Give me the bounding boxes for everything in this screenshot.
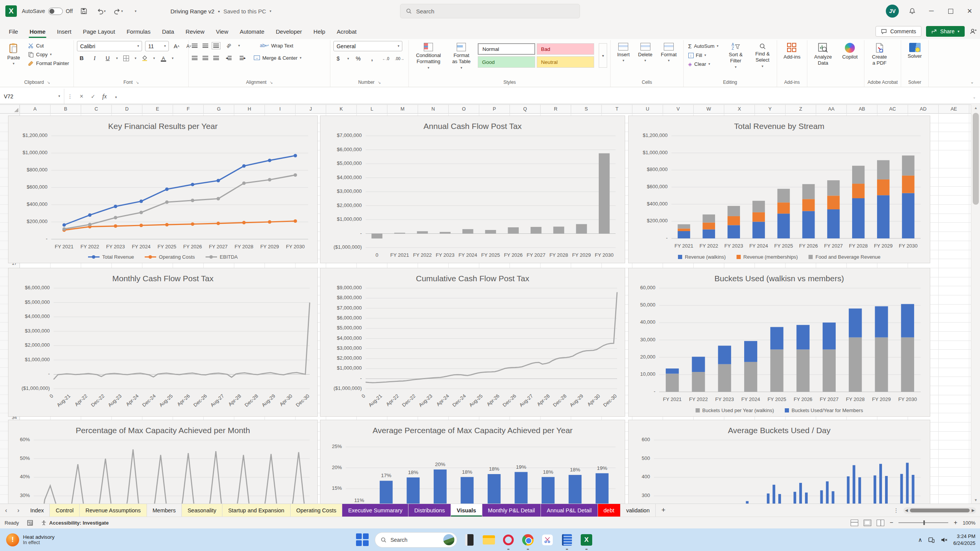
accounting-format-icon[interactable]: $	[333, 54, 343, 63]
format-as-table-button[interactable]: Format as Table▾	[448, 41, 475, 72]
chart-capacity-year[interactable]: Average Percentage of Max Capacity Achie…	[320, 420, 625, 504]
save-button[interactable]	[78, 5, 90, 17]
column-header-T[interactable]: T	[602, 105, 632, 113]
excel-app-icon[interactable]: X	[5, 5, 17, 17]
ribbon-tab-formulas[interactable]: Formulas	[121, 25, 157, 39]
device-icon[interactable]	[928, 536, 935, 543]
zoom-in-icon[interactable]: +	[954, 519, 957, 526]
ribbon-tab-automate[interactable]: Automate	[234, 25, 270, 39]
column-header-F[interactable]: F	[173, 105, 204, 113]
sheet-tab-validation[interactable]: validation	[621, 504, 656, 517]
chart-revenue-stream[interactable]: Total Revenue by StreamFY 2021FY 2022FY …	[628, 116, 930, 263]
create-pdf-button[interactable]: Create a PDF	[867, 41, 891, 68]
decrease-indent-icon[interactable]: ◂	[224, 53, 233, 62]
align-center-icon[interactable]	[203, 56, 208, 60]
font-name-select[interactable]: Calibri▾	[77, 41, 142, 51]
increase-indent-icon[interactable]: ▸	[238, 53, 247, 62]
font-size-select[interactable]: 11▾	[145, 41, 169, 51]
solver-button[interactable]: Solver	[904, 41, 925, 61]
column-header-K[interactable]: K	[326, 105, 357, 113]
column-header-B[interactable]: B	[51, 105, 81, 113]
redo-button[interactable]: ▾	[112, 5, 124, 17]
chart-buckets[interactable]: Buckets Used (walkisn vs members)FY 2021…	[628, 268, 930, 417]
sort-filter-button[interactable]: AZ Sort & Filter▾	[724, 41, 748, 71]
ribbon-tab-review[interactable]: Review	[180, 25, 210, 39]
speaker-muted-icon[interactable]	[941, 536, 947, 543]
sheet-tab-control[interactable]: Control	[50, 504, 80, 517]
start-button[interactable]	[355, 533, 370, 547]
column-header-L[interactable]: L	[357, 105, 387, 113]
maximize-button[interactable]	[942, 2, 959, 20]
chart-buckets-day[interactable]: Average Buckets Used / Day60050040030020…	[628, 420, 930, 504]
column-header-Z[interactable]: Z	[786, 105, 816, 113]
scroll-right-icon[interactable]: ▶	[972, 508, 975, 512]
weather-widget[interactable]: ! Heat advisoryIn effect	[0, 533, 61, 546]
comma-style-icon[interactable]: ,	[368, 54, 377, 63]
macro-record-icon[interactable]	[27, 520, 33, 526]
taskbar-search[interactable]: Search	[375, 532, 457, 548]
format-painter-button[interactable]: Format Painter	[26, 60, 70, 67]
sheet-tab-annual-p-l-detail[interactable]: Annual P&L Detail	[541, 504, 598, 517]
formula-input[interactable]	[122, 89, 969, 104]
accessibility-status[interactable]: Accessibility: Investigate	[41, 520, 109, 526]
chrome-icon[interactable]	[521, 533, 535, 547]
column-header-M[interactable]: M	[387, 105, 418, 113]
notifications-bell-icon[interactable]	[903, 2, 921, 20]
column-header-AA[interactable]: AA	[816, 105, 847, 113]
horizontal-scrollbar[interactable]: ◀ ▶	[903, 507, 976, 514]
excel-taskbar-icon[interactable]: X	[579, 533, 594, 547]
number-format-select[interactable]: General▾	[333, 41, 402, 51]
column-header-V[interactable]: V	[663, 105, 694, 113]
sheet-tab-startup-and-expansion[interactable]: Startup and Expansion	[222, 504, 291, 517]
ribbon-tab-home[interactable]: Home	[24, 25, 51, 39]
sheet-tab-operating-costs[interactable]: Operating Costs	[291, 504, 343, 517]
chart-key-financial[interactable]: Key Financial Results per YearFY 2021FY …	[8, 116, 318, 263]
column-header-C[interactable]: C	[81, 105, 112, 113]
app-icon-dark[interactable]	[462, 533, 477, 547]
undo-button[interactable]: ▾	[95, 5, 107, 17]
column-header-O[interactable]: O	[449, 105, 479, 113]
column-header-A[interactable]: A	[20, 105, 51, 113]
collapse-ribbon-icon[interactable]: ⌄	[970, 80, 974, 85]
paste-button[interactable]: Paste▾	[4, 41, 23, 67]
add-sheet-button[interactable]: +	[656, 504, 671, 517]
fill-button[interactable]: ↓Fill▾	[687, 52, 720, 59]
percent-style-icon[interactable]: %	[354, 54, 363, 63]
name-box[interactable]: V72▾	[0, 89, 64, 104]
align-middle-icon[interactable]	[203, 44, 208, 48]
ribbon-tab-data[interactable]: Data	[156, 25, 180, 39]
orientation-icon[interactable]: ab	[224, 41, 233, 50]
font-dialog-launcher[interactable]: ↘	[136, 80, 139, 85]
ribbon-tab-insert[interactable]: Insert	[51, 25, 77, 39]
decrease-decimal-icon[interactable]: .00→	[395, 54, 404, 63]
next-sheet-icon[interactable]: ›	[12, 504, 24, 517]
sheet-tab-members[interactable]: Members	[147, 504, 182, 517]
cancel-icon[interactable]: ×	[76, 93, 87, 100]
align-left-icon[interactable]	[192, 56, 198, 60]
scroll-left-icon[interactable]: ◀	[905, 508, 908, 512]
zoom-handle[interactable]	[923, 520, 925, 525]
ribbon-tab-page-layout[interactable]: Page Layout	[77, 25, 121, 39]
column-header-Y[interactable]: Y	[755, 105, 786, 113]
cell-style-normal[interactable]: Normal	[478, 43, 535, 55]
file-explorer-icon[interactable]	[482, 533, 496, 547]
column-header-AB[interactable]: AB	[847, 105, 877, 113]
sheet-tab-revenue-assumptions[interactable]: Revenue Assumptions	[80, 504, 147, 517]
insert-cells-button[interactable]: Insert▾	[614, 41, 633, 64]
copilot-button[interactable]: Copilot	[839, 41, 861, 62]
cut-button[interactable]: Cut	[26, 42, 70, 49]
chart-monthly-cf[interactable]: Monthly Cash Flow Post Tax0Aug-21Apr-22D…	[8, 268, 318, 417]
zoom-level[interactable]: 100%	[963, 520, 975, 526]
avatar[interactable]: JV	[886, 5, 899, 18]
horizontal-scroll-thumb[interactable]	[910, 509, 970, 512]
normal-view-button[interactable]	[851, 520, 858, 526]
align-right-icon[interactable]	[213, 56, 219, 60]
column-header-I[interactable]: I	[265, 105, 296, 113]
ribbon-tab-acrobat[interactable]: Acrobat	[331, 25, 363, 39]
sheet-tab-visuals[interactable]: Visuals	[451, 504, 482, 517]
column-header-J[interactable]: J	[296, 105, 326, 113]
notepad-icon[interactable]	[560, 533, 574, 547]
sheet-tab-executive-summarary[interactable]: Executive Summarary	[342, 504, 408, 517]
align-top-icon[interactable]	[192, 44, 198, 48]
scroll-down-icon[interactable]: ▼	[971, 497, 980, 504]
